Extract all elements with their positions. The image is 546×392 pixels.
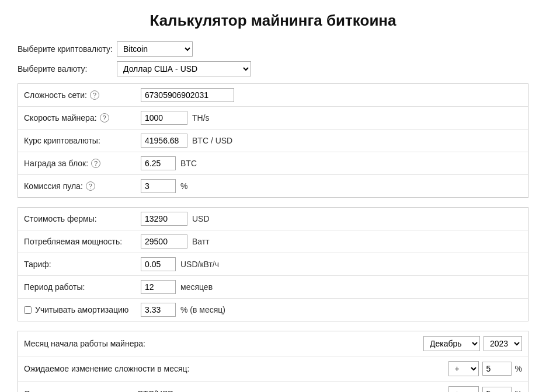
- pool-fee-input[interactable]: [141, 179, 176, 193]
- tariff-label: Тариф:: [24, 260, 141, 269]
- amortization-row: Учитывать амортизацию % (в месяц): [18, 299, 528, 321]
- start-month-label: Месяц начала работы майнера:: [24, 339, 423, 348]
- farm-cost-row: Стоимость фермы: USD: [18, 208, 528, 230]
- power-unit: Ватт: [192, 237, 210, 246]
- month-select[interactable]: Январь Февраль Март Апрель Май Июнь Июль…: [423, 336, 480, 351]
- network-params-card: Сложность сети: ? Скорость майнера: ? TH…: [18, 83, 528, 198]
- farm-params-card: Стоимость фермы: USD Потребляемая мощнос…: [18, 207, 528, 321]
- difficulty-row: Сложность сети: ?: [18, 84, 528, 107]
- power-row: Потребляемая мощность: Ватт: [18, 230, 528, 253]
- difficulty-help-icon[interactable]: ?: [90, 90, 99, 100]
- top-selects-section: Выберите криптовалюту: Bitcoin Ethereum …: [18, 41, 528, 76]
- farm-cost-label: Стоимость фермы:: [24, 214, 141, 223]
- rate-change-sign[interactable]: + -: [448, 386, 479, 392]
- difficulty-input[interactable]: [141, 88, 234, 102]
- difficulty-change-sign[interactable]: + -: [448, 361, 479, 376]
- start-month-row: Месяц начала работы майнера: Январь Февр…: [18, 331, 528, 356]
- amortization-label: Учитывать амортизацию: [24, 305, 141, 314]
- difficulty-change-unit: %: [515, 364, 522, 373]
- hashrate-help-icon[interactable]: ?: [100, 113, 109, 123]
- difficulty-change-label: Ожидаемое изменение сложности в месяц:: [24, 364, 448, 373]
- difficulty-change-input[interactable]: [482, 362, 512, 376]
- currency-select[interactable]: Доллар США - USD Евро - EUR Рубль - RUB: [117, 61, 251, 76]
- pool-fee-input-group: %: [141, 179, 187, 193]
- farm-cost-input-group: USD: [141, 212, 210, 226]
- tariff-input[interactable]: [141, 257, 176, 271]
- block-reward-row: Награда за блок: ? BTC: [18, 152, 528, 175]
- rate-row: Курс криптовалюты: BTC / USD: [18, 130, 528, 152]
- farm-cost-input[interactable]: [141, 212, 187, 226]
- schedule-card: Месяц начала работы майнера: Январь Февр…: [18, 331, 528, 392]
- pool-fee-label: Комиссия пула: ?: [24, 181, 141, 191]
- currency-select-label: Выберите валюту:: [18, 64, 117, 74]
- tariff-input-group: USD/кВт/ч: [141, 257, 219, 271]
- hashrate-input[interactable]: [141, 111, 187, 125]
- tariff-unit: USD/кВт/ч: [180, 260, 219, 269]
- year-select[interactable]: 2022 2023 2024 2025: [484, 336, 522, 351]
- period-row: Период работы: месяцев: [18, 276, 528, 299]
- hashrate-label: Скорость майнера: ?: [24, 113, 141, 123]
- difficulty-label: Сложность сети: ?: [24, 90, 141, 100]
- amortization-input-group: % (в месяц): [141, 303, 225, 317]
- block-reward-input-group: BTC: [141, 156, 197, 170]
- rate-unit: BTC / USD: [192, 136, 232, 145]
- difficulty-change-controls: + - %: [448, 361, 522, 376]
- block-reward-unit: BTC: [180, 159, 197, 168]
- power-input-group: Ватт: [141, 235, 210, 249]
- rate-input[interactable]: [141, 134, 187, 148]
- rate-change-row: Ожидаемое изменение курса BTC/USD в меся…: [18, 382, 528, 392]
- rate-change-unit: %: [515, 389, 522, 392]
- crypto-select[interactable]: Bitcoin Ethereum Litecoin: [117, 41, 193, 57]
- rate-change-label: Ожидаемое изменение курса BTC/USD в меся…: [24, 389, 448, 392]
- amortization-checkbox-group: Учитывать амортизацию: [24, 305, 128, 314]
- rate-change-input[interactable]: [482, 387, 512, 392]
- rate-input-group: BTC / USD: [141, 134, 232, 148]
- start-month-controls: Январь Февраль Март Апрель Май Июнь Июль…: [423, 336, 522, 351]
- tariff-row: Тариф: USD/кВт/ч: [18, 253, 528, 276]
- power-input[interactable]: [141, 235, 187, 249]
- amortization-input[interactable]: [141, 303, 176, 317]
- page-title: Калькулятор майнинга биткоина: [18, 12, 528, 30]
- period-unit: месяцев: [180, 282, 213, 292]
- currency-select-row: Выберите валюту: Доллар США - USD Евро -…: [18, 61, 528, 76]
- crypto-select-row: Выберите криптовалюту: Bitcoin Ethereum …: [18, 41, 528, 57]
- difficulty-input-group: [141, 88, 234, 102]
- amortization-unit: % (в месяц): [180, 305, 225, 314]
- block-reward-input[interactable]: [141, 156, 176, 170]
- rate-label: Курс криптовалюты:: [24, 136, 141, 145]
- hashrate-unit: TH/s: [192, 113, 210, 123]
- crypto-select-label: Выберите криптовалюту:: [18, 44, 117, 54]
- block-reward-label: Награда за блок: ?: [24, 159, 141, 168]
- hashrate-input-group: TH/s: [141, 111, 210, 125]
- pool-fee-row: Комиссия пула: ? %: [18, 175, 528, 197]
- hashrate-row: Скорость майнера: ? TH/s: [18, 107, 528, 130]
- period-input-group: месяцев: [141, 280, 213, 294]
- amortization-checkbox[interactable]: [24, 306, 32, 314]
- rate-change-controls: + - %: [448, 386, 522, 392]
- farm-cost-unit: USD: [192, 214, 210, 223]
- difficulty-change-row: Ожидаемое изменение сложности в месяц: +…: [18, 356, 528, 382]
- block-reward-help-icon[interactable]: ?: [91, 159, 100, 168]
- period-input[interactable]: [141, 280, 176, 294]
- pool-fee-unit: %: [180, 181, 187, 191]
- period-label: Период работы:: [24, 282, 141, 292]
- pool-fee-help-icon[interactable]: ?: [86, 181, 95, 191]
- power-label: Потребляемая мощность:: [24, 237, 141, 246]
